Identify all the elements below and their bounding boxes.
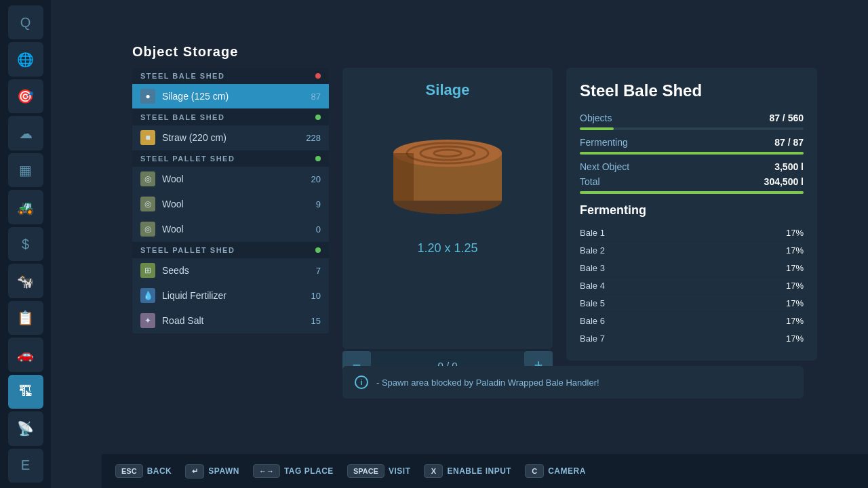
objects-progress-fill <box>580 127 614 130</box>
list-item-wool1[interactable]: ◎ Wool 20 <box>132 167 329 192</box>
key-enable: X ENABLE INPUT <box>424 464 511 478</box>
sidebar-btn-storage[interactable]: 🏗 <box>8 375 43 409</box>
sidebar-btn-satellite[interactable]: 📡 <box>8 411 43 445</box>
wool1-icon: ◎ <box>140 171 155 186</box>
salt-count: 15 <box>311 316 321 326</box>
fermenting-progress-wrap <box>580 152 804 155</box>
space-key: SPACE <box>347 464 384 478</box>
list-item-silage[interactable]: ● Silage (125 cm) 87 <box>132 84 329 109</box>
back-label: BACK <box>147 466 172 476</box>
list-item-seeds[interactable]: ⊞ Seeds 7 <box>132 258 329 283</box>
objects-label: Objects <box>580 113 612 123</box>
bale-row-7: Bale 717% <box>580 330 804 347</box>
silage-name: Silage (125 cm) <box>162 91 311 102</box>
preview-title: Silage <box>426 81 470 99</box>
wool2-icon: ◎ <box>140 197 155 211</box>
fermenting-section-title: Fermenting <box>580 203 804 218</box>
bale-percent-6: 17% <box>786 316 804 326</box>
esc-key: ESC <box>115 464 143 478</box>
straw-icon: ■ <box>140 130 155 145</box>
list-item-liquid[interactable]: 💧 Liquid Fertilizer 10 <box>132 283 329 308</box>
section-header-2: STEEL BALE SHED <box>132 109 329 125</box>
bale-row-4: Bale 417% <box>580 277 804 295</box>
sidebar-btn-tractor[interactable]: 🚜 <box>8 190 43 224</box>
chart-icon: ▦ <box>19 162 32 178</box>
sidebar-btn-dollar[interactable]: $ <box>8 227 43 261</box>
arrows-key: ←→ <box>253 464 280 478</box>
sidebar-btn-weather[interactable]: ☁ <box>8 116 43 150</box>
bale-label-4: Bale 4 <box>580 281 605 291</box>
bale-label-3: Bale 3 <box>580 263 605 273</box>
bale-label-7: Bale 7 <box>580 333 605 344</box>
preview-panel: Silage 1.20 x 1.25 <box>342 68 553 349</box>
straw-name: Straw (220 cm) <box>162 132 306 143</box>
animal-icon: 🐄 <box>17 273 34 289</box>
fermenting-row: Fermenting 87 / 87 <box>580 137 804 148</box>
bale-percent-3: 17% <box>786 263 804 273</box>
sidebar: Q 🌐 🎯 ☁ ▦ 🚜 $ 🐄 📋 🚗 🏗 📡 E <box>0 0 51 488</box>
sidebar-btn-q[interactable]: Q <box>8 5 43 39</box>
list-item-wool2[interactable]: ◎ Wool 9 <box>132 192 329 217</box>
bale-label-1: Bale 1 <box>580 228 605 238</box>
info-shed-title: Steel Bale Shed <box>580 81 804 100</box>
section-title-4: STEEL PALLET SHED <box>140 246 235 254</box>
sidebar-btn-steering[interactable]: 🎯 <box>8 79 43 113</box>
camera-label: CAMERA <box>548 466 586 476</box>
bale-percent-5: 17% <box>786 298 804 308</box>
sidebar-btn-e[interactable]: E <box>8 449 43 483</box>
wool3-name: Wool <box>162 224 316 235</box>
section-dot-3 <box>315 156 321 161</box>
warning-bar: i - Spawn area blocked by Paladin Wrappe… <box>342 366 804 399</box>
objects-row: Objects 87 / 560 <box>580 113 804 123</box>
globe-icon: 🌐 <box>17 52 34 68</box>
storage-list: STEEL BALE SHED ● Silage (125 cm) 87 STE… <box>132 68 329 333</box>
key-camera: C CAMERA <box>525 464 586 478</box>
svg-rect-7 <box>393 153 414 201</box>
section-header-3: STEEL PALLET SHED <box>132 150 329 167</box>
satellite-icon: 📡 <box>17 420 34 436</box>
section-dot-1 <box>315 73 321 79</box>
section-header-1: STEEL BALE SHED <box>132 68 329 84</box>
salt-name: Road Salt <box>162 315 311 326</box>
bale-row-5: Bale 517% <box>580 295 804 312</box>
wool3-count: 0 <box>316 224 321 235</box>
section-dot-4 <box>315 247 321 253</box>
sidebar-btn-chart[interactable]: ▦ <box>8 153 43 187</box>
list-item-wool3[interactable]: ◎ Wool 0 <box>132 217 329 242</box>
bale-percent-7: 17% <box>786 333 804 344</box>
enter-key: ↵ <box>185 464 204 479</box>
key-spawn: ↵ SPAWN <box>185 464 239 479</box>
total-value: 304,500 l <box>764 176 804 187</box>
sidebar-btn-vehicles[interactable]: 🚗 <box>8 338 43 371</box>
spawn-label: SPAWN <box>208 466 239 476</box>
section-title-2: STEEL BALE SHED <box>140 113 224 121</box>
vehicles-icon: 🚗 <box>17 346 34 363</box>
wool1-count: 20 <box>311 174 321 184</box>
bottom-bar: ESC BACK ↵ SPAWN ←→ TAG PLACE SPACE VISI… <box>102 454 868 488</box>
sidebar-btn-animal[interactable]: 🐄 <box>8 264 43 298</box>
fermenting-value: 87 / 87 <box>774 137 804 148</box>
sidebar-btn-notes[interactable]: 📋 <box>8 301 43 335</box>
tag-label: TAG PLACE <box>284 466 334 476</box>
storage-panel: Object Storage STEEL BALE SHED ● Silage … <box>132 44 329 430</box>
objects-value: 87 / 560 <box>769 113 804 123</box>
enable-label: ENABLE INPUT <box>447 466 511 476</box>
bale-svg <box>387 119 509 221</box>
wool2-count: 9 <box>316 199 321 209</box>
key-tag: ←→ TAG PLACE <box>253 464 334 478</box>
list-item-straw[interactable]: ■ Straw (220 cm) 228 <box>132 125 329 150</box>
liquid-icon: 💧 <box>140 288 155 303</box>
dollar-icon: $ <box>22 237 29 252</box>
seeds-icon: ⊞ <box>140 263 155 278</box>
section-header-4: STEEL PALLET SHED <box>132 242 329 258</box>
next-object-label: Next Object <box>580 161 629 172</box>
bale-label-6: Bale 6 <box>580 316 605 326</box>
key-esc: ESC BACK <box>115 464 172 478</box>
fermenting-label: Fermenting <box>580 137 628 148</box>
list-item-salt[interactable]: ✦ Road Salt 15 <box>132 308 329 333</box>
section-title-1: STEEL BALE SHED <box>140 72 224 80</box>
sidebar-btn-globe[interactable]: 🌐 <box>8 42 43 76</box>
liquid-count: 10 <box>311 291 321 301</box>
total-progress-wrap <box>580 191 804 194</box>
e-icon: E <box>21 458 30 473</box>
